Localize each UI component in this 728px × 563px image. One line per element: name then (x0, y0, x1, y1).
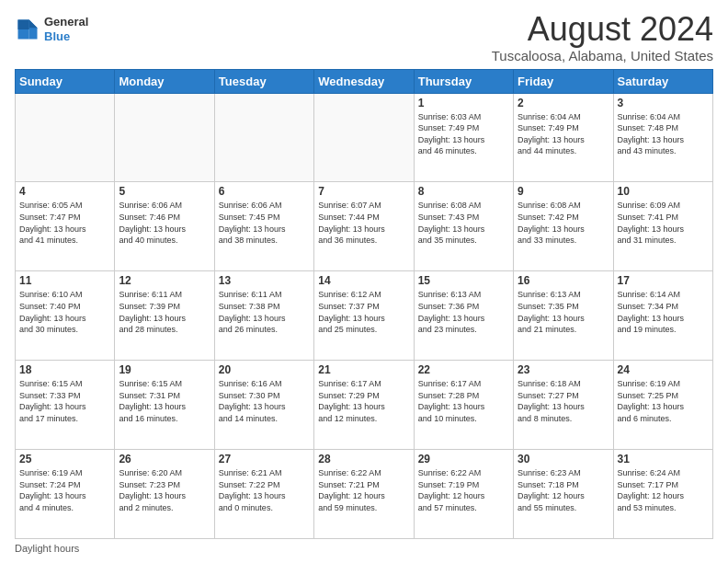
calendar-cell: 8Sunrise: 6:08 AM Sunset: 7:43 PM Daylig… (414, 182, 513, 271)
title-section: August 2024 Tuscaloosa, Alabama, United … (492, 11, 713, 63)
day-number: 1 (418, 97, 509, 109)
logo-line2: Blue (44, 29, 88, 44)
main-title: August 2024 (492, 11, 713, 48)
calendar-cell: 1Sunrise: 6:03 AM Sunset: 7:49 PM Daylig… (414, 93, 513, 182)
day-header-thursday: Thursday (414, 69, 513, 93)
day-number: 18 (19, 363, 110, 376)
day-info: Sunrise: 6:04 AM Sunset: 7:48 PM Dayligh… (618, 111, 709, 157)
day-number: 17 (618, 274, 709, 287)
day-info: Sunrise: 6:10 AM Sunset: 7:40 PM Dayligh… (19, 289, 110, 335)
page: General Blue August 2024 Tuscaloosa, Ala… (0, 0, 728, 563)
day-header-wednesday: Wednesday (314, 69, 414, 93)
calendar: SundayMondayTuesdayWednesdayThursdayFrid… (15, 69, 713, 539)
calendar-cell: 22Sunrise: 6:17 AM Sunset: 7:28 PM Dayli… (414, 361, 513, 450)
calendar-cell: 2Sunrise: 6:04 AM Sunset: 7:49 PM Daylig… (514, 93, 613, 182)
day-number: 8 (418, 185, 509, 198)
day-header-tuesday: Tuesday (214, 69, 313, 93)
week-row-1: 1Sunrise: 6:03 AM Sunset: 7:49 PM Daylig… (16, 93, 713, 182)
calendar-cell: 23Sunrise: 6:18 AM Sunset: 7:27 PM Dayli… (514, 361, 613, 450)
day-info: Sunrise: 6:22 AM Sunset: 7:19 PM Dayligh… (418, 467, 509, 513)
svg-rect-4 (18, 19, 29, 29)
calendar-cell (115, 93, 214, 182)
day-info: Sunrise: 6:06 AM Sunset: 7:45 PM Dayligh… (219, 200, 310, 246)
week-row-5: 25Sunrise: 6:19 AM Sunset: 7:24 PM Dayli… (16, 450, 713, 539)
day-number: 25 (19, 453, 110, 465)
calendar-cell: 18Sunrise: 6:15 AM Sunset: 7:33 PM Dayli… (16, 361, 115, 450)
calendar-cell: 9Sunrise: 6:08 AM Sunset: 7:42 PM Daylig… (514, 182, 613, 271)
day-info: Sunrise: 6:24 AM Sunset: 7:17 PM Dayligh… (618, 467, 709, 513)
calendar-cell: 21Sunrise: 6:17 AM Sunset: 7:29 PM Dayli… (314, 361, 414, 450)
calendar-cell: 29Sunrise: 6:22 AM Sunset: 7:19 PM Dayli… (414, 450, 513, 539)
day-info: Sunrise: 6:09 AM Sunset: 7:41 PM Dayligh… (618, 200, 709, 246)
calendar-cell: 10Sunrise: 6:09 AM Sunset: 7:41 PM Dayli… (613, 182, 712, 271)
day-info: Sunrise: 6:15 AM Sunset: 7:33 PM Dayligh… (19, 378, 110, 424)
logo-icon (15, 17, 40, 42)
day-info: Sunrise: 6:17 AM Sunset: 7:29 PM Dayligh… (318, 378, 409, 424)
day-number: 24 (618, 363, 709, 376)
day-info: Sunrise: 6:04 AM Sunset: 7:49 PM Dayligh… (518, 111, 609, 157)
day-number: 29 (418, 453, 509, 465)
calendar-cell: 25Sunrise: 6:19 AM Sunset: 7:24 PM Dayli… (16, 450, 115, 539)
top-section: General Blue August 2024 Tuscaloosa, Ala… (15, 11, 713, 63)
day-header-sunday: Sunday (16, 69, 115, 93)
calendar-cell: 24Sunrise: 6:19 AM Sunset: 7:25 PM Dayli… (613, 361, 712, 450)
calendar-cell: 28Sunrise: 6:22 AM Sunset: 7:21 PM Dayli… (314, 450, 414, 539)
calendar-cell: 3Sunrise: 6:04 AM Sunset: 7:48 PM Daylig… (613, 93, 712, 182)
day-info: Sunrise: 6:21 AM Sunset: 7:22 PM Dayligh… (219, 467, 310, 513)
calendar-cell: 4Sunrise: 6:05 AM Sunset: 7:47 PM Daylig… (16, 182, 115, 271)
header-row: SundayMondayTuesdayWednesdayThursdayFrid… (16, 69, 713, 93)
logo: General Blue (15, 15, 88, 43)
day-header-friday: Friday (514, 69, 613, 93)
week-row-2: 4Sunrise: 6:05 AM Sunset: 7:47 PM Daylig… (16, 182, 713, 271)
day-number: 4 (19, 185, 110, 198)
day-info: Sunrise: 6:17 AM Sunset: 7:28 PM Dayligh… (418, 378, 509, 424)
day-header-monday: Monday (115, 69, 214, 93)
calendar-cell (314, 93, 414, 182)
day-number: 19 (119, 363, 210, 376)
day-info: Sunrise: 6:18 AM Sunset: 7:27 PM Dayligh… (518, 378, 609, 424)
day-info: Sunrise: 6:11 AM Sunset: 7:39 PM Dayligh… (119, 289, 210, 335)
week-row-4: 18Sunrise: 6:15 AM Sunset: 7:33 PM Dayli… (16, 361, 713, 450)
calendar-cell: 31Sunrise: 6:24 AM Sunset: 7:17 PM Dayli… (613, 450, 712, 539)
calendar-cell: 14Sunrise: 6:12 AM Sunset: 7:37 PM Dayli… (314, 271, 414, 361)
day-number: 11 (19, 274, 110, 287)
day-info: Sunrise: 6:19 AM Sunset: 7:25 PM Dayligh… (618, 378, 709, 424)
day-info: Sunrise: 6:22 AM Sunset: 7:21 PM Dayligh… (318, 467, 409, 513)
day-number: 9 (518, 185, 609, 198)
logo-line1: General (44, 15, 88, 29)
day-info: Sunrise: 6:06 AM Sunset: 7:46 PM Dayligh… (119, 200, 210, 246)
calendar-cell: 26Sunrise: 6:20 AM Sunset: 7:23 PM Dayli… (115, 450, 214, 539)
day-number: 7 (318, 185, 409, 198)
day-number: 6 (219, 185, 310, 198)
day-info: Sunrise: 6:14 AM Sunset: 7:34 PM Dayligh… (618, 289, 709, 335)
day-number: 10 (618, 185, 709, 198)
day-info: Sunrise: 6:20 AM Sunset: 7:23 PM Dayligh… (119, 467, 210, 513)
day-number: 13 (219, 274, 310, 287)
day-number: 27 (219, 453, 310, 465)
day-number: 26 (119, 453, 210, 465)
subtitle: Tuscaloosa, Alabama, United States (492, 48, 713, 63)
day-number: 12 (119, 274, 210, 287)
calendar-cell: 19Sunrise: 6:15 AM Sunset: 7:31 PM Dayli… (115, 361, 214, 450)
day-number: 16 (518, 274, 609, 287)
day-number: 30 (518, 453, 609, 465)
calendar-cell: 27Sunrise: 6:21 AM Sunset: 7:22 PM Dayli… (214, 450, 313, 539)
day-number: 15 (418, 274, 509, 287)
day-info: Sunrise: 6:11 AM Sunset: 7:38 PM Dayligh… (219, 289, 310, 335)
footer-note: Daylight hours (15, 543, 713, 554)
day-info: Sunrise: 6:13 AM Sunset: 7:36 PM Dayligh… (418, 289, 509, 335)
day-number: 28 (318, 453, 409, 465)
calendar-cell: 16Sunrise: 6:13 AM Sunset: 7:35 PM Dayli… (514, 271, 613, 361)
calendar-cell (214, 93, 313, 182)
day-info: Sunrise: 6:12 AM Sunset: 7:37 PM Dayligh… (318, 289, 409, 335)
day-number: 20 (219, 363, 310, 376)
day-number: 14 (318, 274, 409, 287)
calendar-cell: 7Sunrise: 6:07 AM Sunset: 7:44 PM Daylig… (314, 182, 414, 271)
day-info: Sunrise: 6:15 AM Sunset: 7:31 PM Dayligh… (119, 378, 210, 424)
day-info: Sunrise: 6:03 AM Sunset: 7:49 PM Dayligh… (418, 111, 509, 157)
calendar-cell: 13Sunrise: 6:11 AM Sunset: 7:38 PM Dayli… (214, 271, 313, 361)
day-number: 3 (618, 97, 709, 109)
day-info: Sunrise: 6:13 AM Sunset: 7:35 PM Dayligh… (518, 289, 609, 335)
calendar-cell: 11Sunrise: 6:10 AM Sunset: 7:40 PM Dayli… (16, 271, 115, 361)
day-info: Sunrise: 6:16 AM Sunset: 7:30 PM Dayligh… (219, 378, 310, 424)
